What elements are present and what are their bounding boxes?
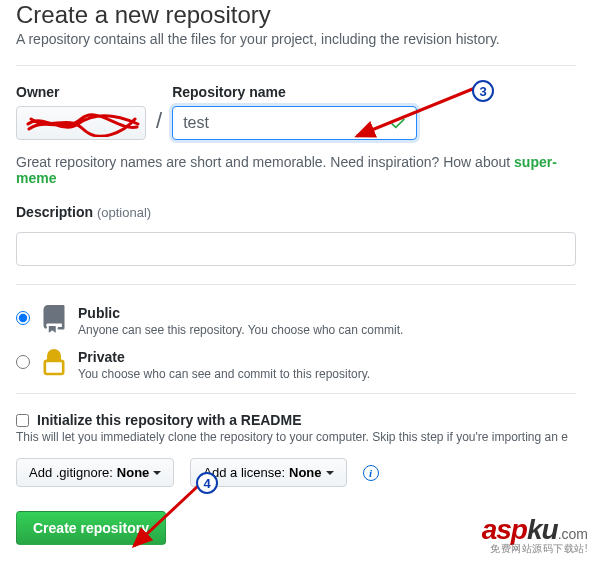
page-title: Create a new repository bbox=[16, 1, 576, 29]
repo-name-label: Repository name bbox=[172, 84, 417, 100]
owner-label: Owner bbox=[16, 84, 146, 100]
repo-icon bbox=[40, 305, 68, 333]
annotation-badge-4: 4 bbox=[196, 472, 218, 494]
private-radio[interactable] bbox=[16, 355, 30, 369]
divider bbox=[16, 65, 576, 66]
info-icon[interactable]: i bbox=[363, 465, 379, 481]
repo-name-input[interactable] bbox=[172, 106, 417, 140]
slash-separator: / bbox=[156, 108, 162, 140]
lock-icon bbox=[40, 349, 68, 377]
private-desc: You choose who can see and commit to thi… bbox=[78, 367, 370, 381]
divider bbox=[16, 393, 576, 394]
checkmark-icon bbox=[389, 114, 407, 136]
divider bbox=[16, 284, 576, 285]
owner-select-button[interactable] bbox=[16, 106, 146, 140]
create-repository-button[interactable]: Create repository bbox=[16, 511, 166, 545]
init-readme-checkbox[interactable] bbox=[16, 414, 29, 427]
description-input[interactable] bbox=[16, 232, 576, 266]
chevron-down-icon bbox=[326, 471, 334, 475]
init-readme-desc: This will let you immediately clone the … bbox=[16, 430, 576, 444]
chevron-down-icon bbox=[153, 471, 161, 475]
public-desc: Anyone can see this repository. You choo… bbox=[78, 323, 403, 337]
description-label: Description (optional) bbox=[16, 204, 576, 220]
annotation-badge-3: 3 bbox=[472, 80, 494, 102]
private-title: Private bbox=[78, 349, 370, 365]
init-readme-label: Initialize this repository with a README bbox=[37, 412, 301, 428]
gitignore-dropdown[interactable]: Add .gitignore: None bbox=[16, 458, 174, 487]
watermark: aspku.com 免费网站源码下载站! bbox=[482, 514, 588, 556]
public-title: Public bbox=[78, 305, 403, 321]
public-radio[interactable] bbox=[16, 311, 30, 325]
page-subtitle: A repository contains all the files for … bbox=[16, 31, 576, 47]
name-hint: Great repository names are short and mem… bbox=[16, 154, 576, 186]
